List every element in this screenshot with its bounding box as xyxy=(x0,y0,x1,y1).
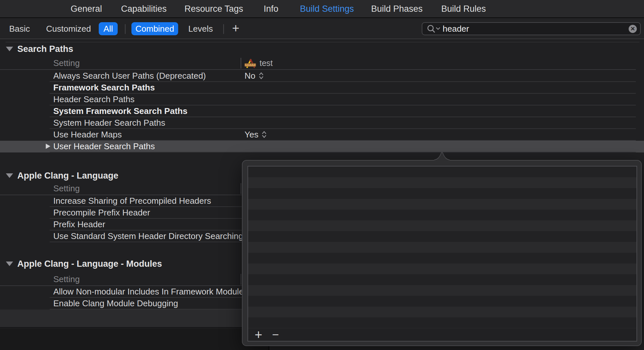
paths-list-footer: + − xyxy=(248,328,636,341)
add-build-setting-button[interactable]: + xyxy=(229,19,243,39)
tab-capabilities[interactable]: Capabilities xyxy=(121,0,167,18)
setting-value-dropdown[interactable]: Yes xyxy=(245,129,267,140)
target-column-header: test xyxy=(244,56,273,70)
table-row[interactable]: System Header Search Paths xyxy=(0,117,644,129)
bottom-left-panel xyxy=(0,328,268,350)
column-divider xyxy=(241,183,241,194)
tab-build-phases[interactable]: Build Phases xyxy=(371,0,423,18)
stepper-chevrons-icon xyxy=(261,130,267,139)
editor-tab-bar: General Capabilities Resource Tags Info … xyxy=(0,0,644,18)
remove-path-button[interactable]: − xyxy=(272,329,279,340)
setting-name: Framework Search Paths xyxy=(53,82,155,93)
table-row[interactable]: System Framework Search Paths xyxy=(0,105,644,117)
setting-name: System Framework Search Paths xyxy=(53,105,187,117)
column-divider xyxy=(241,58,241,69)
table-row[interactable]: Use Header Maps Yes xyxy=(0,129,644,141)
tab-general[interactable]: General xyxy=(71,0,102,18)
scope-divider xyxy=(125,24,126,34)
disclosure-triangle-icon[interactable] xyxy=(6,47,13,51)
scope-divider xyxy=(223,24,224,34)
section-title: Apple Clang - Language xyxy=(17,171,118,181)
column-divider xyxy=(241,274,241,285)
setting-name: Use Header Maps xyxy=(53,129,122,140)
value-text: Yes xyxy=(245,130,258,140)
setting-name: Enable Clang Module Debugging xyxy=(53,298,178,309)
table-row-selected[interactable]: User Header Search Paths xyxy=(0,141,644,152)
filter-levels[interactable]: Levels xyxy=(188,19,213,39)
setting-name: System Header Search Paths xyxy=(53,117,165,128)
table-top-divider xyxy=(6,42,639,42)
search-input[interactable]: header xyxy=(443,23,469,35)
clear-search-icon[interactable]: ✕ xyxy=(629,25,637,33)
table-row[interactable]: Header Search Paths xyxy=(0,94,644,105)
filter-all-selected[interactable]: All xyxy=(99,22,118,35)
value-text: No xyxy=(245,71,255,81)
section-header-apple-clang-language[interactable]: Apple Clang - Language xyxy=(0,171,118,181)
tab-build-settings[interactable]: Build Settings xyxy=(300,0,354,18)
section-title: Apple Clang - Language - Modules xyxy=(17,259,162,269)
filter-customized[interactable]: Customized xyxy=(46,19,91,39)
stepper-chevrons-icon xyxy=(258,71,264,81)
column-header-row: Setting test xyxy=(0,56,636,70)
setting-name: Prefix Header xyxy=(53,219,105,230)
setting-name: Increase Sharing of Precompiled Headers xyxy=(53,195,211,206)
table-row[interactable]: Always Search User Paths (Deprecated) No xyxy=(0,70,644,82)
search-paths-popover: + − xyxy=(242,160,642,346)
setting-name: Allow Non-modular Includes In Framework … xyxy=(53,286,248,297)
tab-build-rules[interactable]: Build Rules xyxy=(441,0,486,18)
xcode-build-settings-window: General Capabilities Resource Tags Info … xyxy=(0,0,644,350)
popover-arrow xyxy=(434,151,450,161)
section-title: Search Paths xyxy=(17,44,73,54)
section-header-search-paths[interactable]: Search Paths xyxy=(0,44,73,54)
row-separator xyxy=(50,152,636,152)
setting-name: Header Search Paths xyxy=(53,94,135,105)
filter-combined-selected[interactable]: Combined xyxy=(131,22,178,35)
setting-name: Always Search User Paths (Deprecated) xyxy=(53,70,206,81)
setting-column-header: Setting xyxy=(53,56,80,70)
table-footer-band xyxy=(0,310,270,328)
setting-name: Use Standard System Header Directory Sea… xyxy=(53,231,243,242)
section-header-apple-clang-modules[interactable]: Apple Clang - Language - Modules xyxy=(0,259,162,269)
setting-value-dropdown[interactable]: No xyxy=(245,70,264,81)
target-name: test xyxy=(260,58,273,68)
filter-basic[interactable]: Basic xyxy=(9,19,30,39)
setting-name: User Header Search Paths xyxy=(53,141,155,152)
setting-column-header: Setting xyxy=(53,273,80,286)
row-disclosure-icon[interactable] xyxy=(46,144,50,149)
search-icon[interactable] xyxy=(426,24,441,34)
table-row[interactable]: Framework Search Paths xyxy=(0,82,644,94)
xcode-target-icon xyxy=(244,58,256,68)
build-settings-scope-bar: Basic Customized All Combined Levels + h… xyxy=(0,19,644,39)
paths-list-table[interactable]: + − xyxy=(247,166,637,342)
disclosure-triangle-icon[interactable] xyxy=(6,173,13,178)
add-path-button[interactable]: + xyxy=(255,329,262,340)
search-field[interactable]: header ✕ xyxy=(422,22,641,35)
setting-name: Precompile Prefix Header xyxy=(53,207,150,218)
disclosure-triangle-icon[interactable] xyxy=(6,262,13,266)
tab-info[interactable]: Info xyxy=(263,0,278,18)
setting-column-header: Setting xyxy=(53,182,80,195)
tab-resource-tags[interactable]: Resource Tags xyxy=(184,0,243,18)
